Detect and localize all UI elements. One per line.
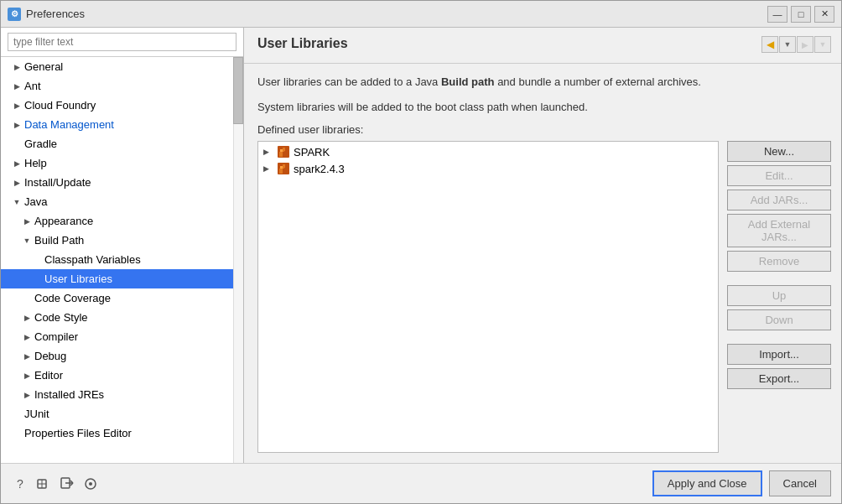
sidebar-item-gradle[interactable]: Gradle xyxy=(1,134,243,153)
sidebar-item-classpath-variables[interactable]: Classpath Variables xyxy=(1,250,243,269)
sidebar-item-label: Java xyxy=(23,195,47,208)
help-icon[interactable]: ? xyxy=(11,475,29,493)
forward-dropdown-button[interactable]: ▼ xyxy=(814,36,831,53)
chevron-icon xyxy=(11,81,23,92)
sidebar-item-ant[interactable]: Ant xyxy=(1,76,243,96)
library-list: ▶ SPARK xyxy=(257,141,719,453)
svg-rect-1 xyxy=(279,152,283,157)
library-name: spark2.4.3 xyxy=(294,163,345,175)
sidebar-item-compiler[interactable]: Compiler xyxy=(1,327,243,346)
search-input[interactable] xyxy=(8,33,236,51)
sidebar-item-code-coverage[interactable]: Code Coverage xyxy=(1,288,243,308)
add-external-jars-button[interactable]: Add External JARs... xyxy=(727,214,831,247)
chevron-icon xyxy=(11,119,23,131)
sidebar-item-editor[interactable]: Editor xyxy=(1,366,243,385)
sidebar-item-user-libraries[interactable]: User Libraries xyxy=(1,269,243,288)
svg-rect-4 xyxy=(284,151,288,157)
dialog-footer: ? xyxy=(1,463,841,503)
sidebar-item-properties-files-editor[interactable]: Properties Files Editor xyxy=(1,423,243,443)
chevron-icon xyxy=(11,196,23,208)
sidebar-item-general[interactable]: General xyxy=(1,57,243,76)
title-bar: ⚙ Preferences — □ ✕ xyxy=(1,1,841,28)
chevron-icon xyxy=(11,61,23,73)
back-button[interactable]: ◀ xyxy=(761,36,778,53)
dialog-icon: ⚙ xyxy=(8,8,21,21)
sidebar-item-label: Appearance xyxy=(33,215,93,227)
sidebar-item-build-path[interactable]: Build Path xyxy=(1,231,243,250)
restore-defaults-icon[interactable] xyxy=(34,475,53,493)
sidebar-item-label: JUnit xyxy=(23,408,49,420)
chevron-icon xyxy=(21,312,33,324)
footer-icons: ? xyxy=(11,475,646,493)
search-box xyxy=(1,28,243,57)
export-button[interactable]: Export... xyxy=(727,368,831,389)
export-svg-icon xyxy=(60,476,75,491)
tree-container: General Ant Cloud Foundry xyxy=(1,57,243,463)
chevron-icon xyxy=(21,351,33,362)
sidebar-item-label: Install/Update xyxy=(23,176,91,189)
sidebar-item-label: Data Management xyxy=(23,118,114,131)
maximize-button[interactable]: □ xyxy=(791,6,811,23)
svg-rect-7 xyxy=(280,166,283,169)
cancel-button[interactable]: Cancel xyxy=(769,470,831,496)
minimize-button[interactable]: — xyxy=(767,6,787,23)
content-area: ◀ ▼ ▶ ▼ User Libraries User libraries ca… xyxy=(244,28,841,463)
preferences-dialog: ⚙ Preferences — □ ✕ General xyxy=(0,0,842,504)
sidebar-item-label: Build Path xyxy=(33,234,84,247)
libraries-panel: ▶ SPARK xyxy=(257,141,828,453)
sidebar-item-label: Help xyxy=(23,157,47,169)
svg-rect-9 xyxy=(284,168,288,174)
sidebar-item-label: Code Style xyxy=(33,311,88,324)
sidebar-item-label: Compiler xyxy=(33,330,78,343)
settings-svg-icon xyxy=(83,476,98,491)
lib-expand-icon: ▶ xyxy=(263,164,275,173)
sidebar-item-junit[interactable]: JUnit xyxy=(1,404,243,423)
edit-button[interactable]: Edit... xyxy=(727,165,831,186)
sidebar-item-label: Gradle xyxy=(23,138,57,150)
sidebar-item-cloud-foundry[interactable]: Cloud Foundry xyxy=(1,96,243,115)
export-icon[interactable] xyxy=(58,475,76,493)
sidebar-item-install-update[interactable]: Install/Update xyxy=(1,173,243,192)
remove-button[interactable]: Remove xyxy=(727,251,831,272)
scrollbar-track[interactable] xyxy=(233,57,243,463)
sidebar-item-code-style[interactable]: Code Style xyxy=(1,308,243,327)
close-button[interactable]: ✕ xyxy=(814,6,834,23)
sidebar-item-debug[interactable]: Debug xyxy=(1,346,243,366)
library-item-spark[interactable]: ▶ SPARK xyxy=(258,143,718,160)
description-line1: User libraries can be added to a Java Bu… xyxy=(257,74,828,91)
dialog-title: Preferences xyxy=(26,8,767,20)
sidebar-item-label: Classpath Variables xyxy=(43,253,141,266)
chevron-icon xyxy=(21,370,33,382)
scrollbar-thumb[interactable] xyxy=(233,57,243,124)
back-dropdown-button[interactable]: ▼ xyxy=(779,36,796,53)
svg-rect-6 xyxy=(279,169,283,174)
sidebar-item-label: General xyxy=(23,60,63,73)
chevron-icon xyxy=(11,177,23,189)
sidebar-item-help[interactable]: Help xyxy=(1,153,243,173)
library-name: SPARK xyxy=(294,146,330,158)
down-button[interactable]: Down xyxy=(727,309,831,330)
new-button[interactable]: New... xyxy=(727,141,831,162)
up-button[interactable]: Up xyxy=(727,285,831,306)
restore-icon xyxy=(36,476,51,491)
svg-point-18 xyxy=(89,482,92,486)
defined-label: Defined user libraries: xyxy=(257,123,828,136)
sidebar-item-data-management[interactable]: Data Management xyxy=(1,115,243,134)
sidebar-item-installed-jres[interactable]: Installed JREs xyxy=(1,385,243,404)
sidebar-item-label: User Libraries xyxy=(43,273,112,285)
library-buttons: New... Edit... Add JARs... Add External … xyxy=(719,141,828,453)
lib-icon-spark xyxy=(277,145,290,158)
chevron-icon xyxy=(21,331,33,343)
library-item-spark243[interactable]: ▶ spark2.4.3 xyxy=(258,160,718,177)
forward-button[interactable]: ▶ xyxy=(797,36,813,53)
sidebar-item-appearance[interactable]: Appearance xyxy=(1,211,243,231)
apply-close-button[interactable]: Apply and Close xyxy=(652,470,762,496)
sidebar-item-java[interactable]: Java xyxy=(1,192,243,211)
add-jars-button[interactable]: Add JARs... xyxy=(727,190,831,210)
import-button[interactable]: Import... xyxy=(727,344,831,365)
description-line2: System libraries will be added to the bo… xyxy=(257,99,828,116)
circle-icon[interactable] xyxy=(81,475,100,493)
lib-icon-spark243 xyxy=(277,162,290,175)
footer-buttons: Apply and Close Cancel xyxy=(652,470,831,496)
chevron-icon xyxy=(21,389,33,401)
